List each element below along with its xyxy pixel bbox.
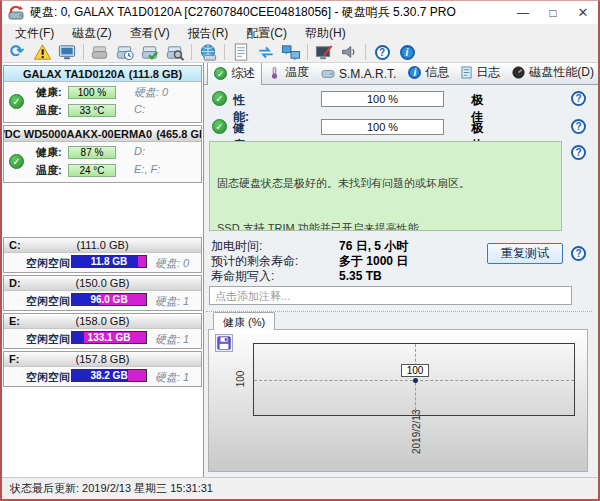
overview-panel: ✓ 综述 温度 S.M.A.R.T. i 信息 日志 — [204, 63, 598, 477]
space-usage-bar: 96.0 GB — [71, 293, 147, 306]
help-icon[interactable]: ? — [371, 42, 393, 62]
chart-y-tick: 100 — [235, 369, 246, 389]
titlebar: 硬盘: 0, GALAX TA1D0120A [C27607840CEE0481… — [2, 1, 598, 24]
partition-size: (157.8 GB) — [4, 353, 201, 365]
disk-item-1[interactable]: WDC WD5000AAKX-00ERMA0(465.8 GB) ✓ 健康: 8… — [3, 125, 202, 183]
temp-label: 温度: — [36, 163, 62, 178]
tab-log[interactable]: 日志 — [455, 63, 506, 84]
refresh-icon[interactable]: ⟳ — [6, 42, 28, 62]
toolbar-separator — [307, 44, 308, 60]
tab-temperature[interactable]: 温度 — [262, 63, 315, 84]
monitor-edit-icon[interactable] — [313, 42, 335, 62]
disk-item-0[interactable]: GALAX TA1D0120A(111.8 GB) ✓ 健康: 100 % 硬盘… — [3, 65, 202, 123]
menu-bar: 文件(F) 磁盘(Z) 查看(V) 报告(R) 配置(C) 帮助(H) — [2, 24, 598, 42]
window-title: 硬盘: 0, GALAX TA1D0120A [C27607840CEE0481… — [30, 4, 508, 21]
retest-button[interactable]: 重复测试 — [487, 243, 563, 264]
disk-number: 硬盘: 0 — [134, 85, 168, 100]
health-label: 健康: — [36, 145, 62, 160]
smart-disk-icon — [321, 68, 335, 80]
health-chart: 100 100 2019/2/13 — [208, 329, 588, 472]
disk-number: 硬盘: 0 — [155, 256, 189, 271]
health-bar: 87 % — [68, 146, 116, 159]
ok-icon: ✓ — [212, 91, 227, 106]
disk-clock-icon[interactable] — [114, 42, 136, 62]
total-writes-value: 5.35 TB — [339, 269, 382, 283]
menu-file[interactable]: 文件(F) — [6, 24, 63, 43]
free-space-label: 空闲空间 — [26, 332, 70, 347]
help-icon[interactable]: ? — [571, 119, 586, 134]
partition-item-d[interactable]: D: (150.0 GB) 空闲空间 96.0 GB 硬盘: 1 — [3, 275, 202, 311]
speaker-icon[interactable] — [338, 42, 360, 62]
partition-item-c[interactable]: C: (111.0 GB) 空闲空间 11.8 GB 硬盘: 0 — [3, 237, 202, 273]
close-button[interactable]: ✕ — [568, 2, 598, 23]
disk-disabled-icon[interactable] — [89, 42, 111, 62]
health-bar: 100 % — [321, 119, 444, 135]
help-icon[interactable]: ? — [571, 91, 586, 106]
tab-information[interactable]: i 信息 — [402, 63, 455, 84]
minimize-button[interactable]: — — [508, 2, 538, 23]
tab-disk-performance[interactable]: 磁盘性能(D) — [506, 63, 598, 84]
disk-monitor-icon[interactable] — [56, 42, 78, 62]
health-label: 健康: — [36, 85, 62, 100]
sidebar-spacer — [2, 183, 203, 235]
menu-help[interactable]: 帮助(H) — [296, 24, 355, 43]
ok-icon: ✓ — [212, 119, 227, 134]
warning-icon[interactable] — [31, 42, 53, 62]
health-bar: 100 % — [68, 86, 116, 99]
partition-item-f[interactable]: F: (157.8 GB) 空闲空间 38.2 GB 硬盘: 1 — [3, 351, 202, 387]
app-icon — [8, 5, 24, 21]
free-space-label: 空闲空间 — [26, 294, 70, 309]
save-chart-icon[interactable] — [215, 334, 233, 352]
drive-letters: C: — [134, 103, 145, 115]
total-writes-label: 寿命期写入: — [211, 269, 339, 284]
tab-overview[interactable]: ✓ 综述 — [207, 63, 262, 85]
network-disk-icon[interactable] — [197, 42, 219, 62]
help-icon[interactable]: ? — [571, 145, 586, 160]
toolbar-separator — [224, 44, 225, 60]
menu-disk[interactable]: 磁盘(Z) — [63, 24, 120, 43]
info-icon[interactable]: i — [396, 42, 418, 62]
drive-letters: E:, F: — [134, 163, 160, 175]
partition-size: (158.0 GB) — [4, 315, 201, 327]
tab-bar: ✓ 综述 温度 S.M.A.R.T. i 信息 日志 — [204, 63, 598, 85]
disk-status-text: 固态硬盘状态是极好的。未找到有问题的或坏扇区。 SSD 支持 TRIM 功能并已… — [209, 141, 562, 231]
sync-icon[interactable] — [255, 42, 277, 62]
comment-input[interactable] — [209, 286, 572, 305]
power-on-label: 加电时间: — [211, 239, 339, 254]
menu-report[interactable]: 报告(R) — [179, 24, 238, 43]
space-usage-bar: 133.1 GB — [71, 331, 147, 344]
temp-bar: 24 °C — [68, 164, 116, 177]
disk-check-icon[interactable] — [139, 42, 161, 62]
disk-title: GALAX TA1D0120A(111.8 GB) — [4, 66, 201, 82]
maximize-button[interactable]: □ — [538, 2, 568, 23]
menu-view[interactable]: 查看(V) — [121, 24, 179, 43]
lifetime-info: 加电时间:76 日, 5 小时 预计的剩余寿命:多于 1000 日 寿命期写入:… — [211, 239, 408, 284]
tab-health-chart[interactable]: 健康 (%) — [213, 312, 275, 330]
remaining-life-value: 多于 1000 日 — [339, 254, 408, 268]
menu-config[interactable]: 配置(C) — [237, 24, 296, 43]
disk-title: WDC WD5000AAKX-00ERMA0(465.8 GB) — [4, 126, 201, 142]
disk-search-icon[interactable] — [164, 42, 186, 62]
help-icon[interactable]: ? — [571, 246, 586, 261]
drive-letters: D: — [134, 145, 145, 157]
toolbar-separator — [191, 44, 192, 60]
toolbar-separator — [365, 44, 366, 60]
partition-item-e[interactable]: E: (158.0 GB) 空闲空间 133.1 GB 硬盘: 1 — [3, 313, 202, 349]
disk-number: 硬盘: 1 — [155, 332, 189, 347]
chart-x-tick: 2019/2/13 — [411, 406, 422, 454]
space-usage-bar: 38.2 GB — [71, 369, 147, 382]
toolbar-separator — [83, 44, 84, 60]
partition-size: (150.0 GB) — [4, 277, 201, 289]
log-page-icon — [461, 66, 472, 79]
toolbar: ⟳ — [2, 42, 598, 63]
disk-number: 硬盘: 1 — [155, 370, 189, 385]
thermometer-icon — [268, 66, 281, 80]
remote-computers-icon[interactable] — [280, 42, 302, 62]
free-space-label: 空闲空间 — [26, 256, 70, 271]
report-icon[interactable] — [230, 42, 252, 62]
status-bar: 状态最后更新: 2019/2/13 星期三 15:31:31 — [2, 477, 598, 499]
gauge-icon — [512, 66, 525, 79]
free-space-label: 空闲空间 — [26, 370, 70, 385]
tab-smart[interactable]: S.M.A.R.T. — [315, 64, 402, 84]
partition-size: (111.0 GB) — [4, 239, 201, 251]
